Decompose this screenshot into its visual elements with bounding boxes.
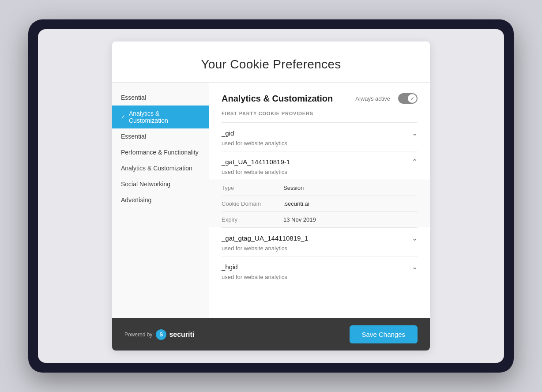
modal-body: Essential ✓ Analytics & Customization Es… [112,83,430,318]
cookie-row-hgid[interactable]: _hgid ⌄ [222,256,418,274]
device-screen: Your Cookie Preferences Essential ✓ Anal… [38,29,504,363]
detail-row-type: Type Session [222,180,418,196]
cookie-item-gid: _gid ⌄ used for website analytics [222,122,418,147]
cookie-item-gat-gtag: _gat_gtag_UA_144110819_1 ⌄ used for webs… [222,227,418,252]
brand-name: securiti [169,331,194,339]
sidebar-item-analytics-customization[interactable]: ✓ Analytics & Customization [112,106,209,128]
detail-value-type: Session [283,185,304,191]
cookie-item-gat-ua: _gat_UA_144110819-1 ⌃ used for website a… [222,151,418,227]
toggle-check-icon: ✓ [410,96,414,101]
cookie-name-gat-gtag: _gat_gtag_UA_144110819_1 [222,234,308,242]
cookie-details-gat-ua: Type Session Cookie Domain .securiti.ai … [209,180,430,227]
toggle-thumb: ✓ [408,94,417,103]
cookie-row-gat-ua[interactable]: _gat_UA_144110819-1 ⌃ [222,151,418,169]
device-frame: Your Cookie Preferences Essential ✓ Anal… [28,19,514,373]
sidebar-item-label: Essential [121,94,146,101]
cookie-item-hgid: _hgid ⌄ used for website analytics [222,256,418,280]
content-title: Analytics & Customization [222,94,333,104]
sidebar-item-label: Performance & Functionality [121,149,199,156]
detail-label-type: Type [222,185,283,191]
sidebar-item-advertising[interactable]: Advertising [112,192,209,208]
cookie-preferences-modal: Your Cookie Preferences Essential ✓ Anal… [112,41,430,351]
detail-row-domain: Cookie Domain .securiti.ai [222,196,418,212]
sidebar-item-label: Analytics & Customization [129,110,200,124]
powered-by-label: Powered by [124,332,152,338]
toggle-switch[interactable]: ✓ [398,93,418,104]
securiti-icon: S [156,329,166,340]
sidebar-item-label: Advertising [121,196,151,204]
sidebar-item-social-networking[interactable]: Social Networking [112,176,209,192]
content-area: Analytics & Customization Always active … [209,83,430,318]
detail-label-expiry: Expiry [222,216,283,223]
sidebar-item-essential-top[interactable]: Essential [112,90,209,106]
chevron-down-icon-gat-gtag: ⌄ [412,234,418,242]
modal-title: Your Cookie Preferences [130,57,412,72]
detail-value-expiry: 13 Nov 2019 [283,216,316,223]
powered-by: Powered by S securiti [124,329,194,340]
chevron-down-icon-gid: ⌄ [412,129,418,137]
sidebar-item-essential[interactable]: Essential [112,128,209,144]
modal-footer: Powered by S securiti Save Changes [112,318,430,351]
sidebar-item-label: Analytics & Customization [121,165,192,172]
detail-row-expiry: Expiry 13 Nov 2019 [222,212,418,227]
content-header: Analytics & Customization Always active … [222,93,418,104]
sidebar-item-label: Social Networking [121,181,170,188]
modal-header: Your Cookie Preferences [112,41,430,83]
detail-label-domain: Cookie Domain [222,200,283,207]
sidebar-item-performance-functionality[interactable]: Performance & Functionality [112,144,209,160]
sidebar-item-analytics-customization-2[interactable]: Analytics & Customization [112,160,209,176]
sidebar-item-label: Essential [121,133,146,140]
securiti-logo: S securiti [156,329,194,340]
cookie-name-gid: _gid [222,129,234,137]
section-label: FIRST PARTY COOKIE PROVIDERS [222,111,418,116]
cookie-name-gat-ua: _gat_UA_144110819-1 [222,158,290,166]
cookie-desc-gat-gtag: used for website analytics [222,245,418,252]
cookie-desc-gid: used for website analytics [222,140,418,147]
always-active-label: Always active [355,95,390,102]
cookie-desc-hgid: used for website analytics [222,274,418,280]
cookie-row-gid[interactable]: _gid ⌄ [222,123,418,140]
cookie-name-hgid: _hgid [222,263,238,271]
save-changes-button[interactable]: Save Changes [350,325,418,343]
toggle-wrapper: Always active ✓ [355,93,418,104]
cookie-desc-gat-ua: used for website analytics [222,169,418,175]
check-icon: ✓ [121,114,125,120]
detail-value-domain: .securiti.ai [283,200,309,207]
chevron-up-icon-gat-ua: ⌃ [412,158,418,166]
chevron-down-icon-hgid: ⌄ [412,263,418,271]
sidebar: Essential ✓ Analytics & Customization Es… [112,83,209,318]
cookie-row-gat-gtag[interactable]: _gat_gtag_UA_144110819_1 ⌄ [222,228,418,245]
